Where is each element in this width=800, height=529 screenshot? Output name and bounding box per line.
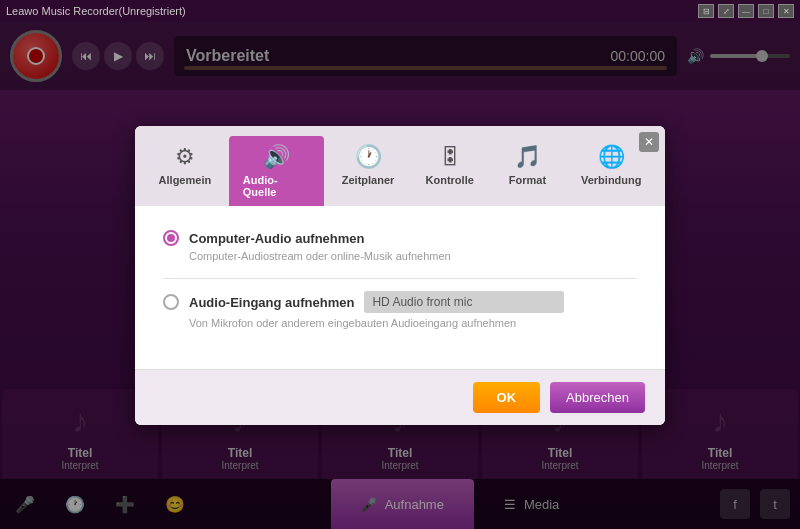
minimize2-button[interactable]: — [738,4,754,18]
allgemein-icon: ⚙ [175,144,195,170]
modal-tabs: ⚙ Allgemein 🔊 Audio-Quelle 🕐 Zeitplaner … [135,126,665,206]
audio-quelle-icon: 🔊 [263,144,290,170]
format-icon: 🎵 [514,144,541,170]
close-window-button[interactable]: ✕ [778,4,794,18]
modal-footer: OK Abbrechen [135,369,665,425]
tab-audio-quelle[interactable]: 🔊 Audio-Quelle [229,136,324,206]
audio-eingang-label: Audio-Eingang aufnehmen [189,295,354,310]
radio-row-1: Computer-Audio aufnehmen [163,230,637,246]
radio-row-2: Audio-Eingang aufnehmen [163,291,637,313]
window-controls[interactable]: ⊟ ⤢ — □ ✕ [698,4,794,18]
zeitplaner-label: Zeitplaner [342,174,395,186]
app-body: ⏮ ▶ ⏭ Vorbereitet 00:00:00 🔊 ♪ Titel Int… [0,22,800,529]
audio-eingang-desc: Von Mikrofon oder anderem eingebauten Au… [189,317,637,329]
restore-button[interactable]: ⤢ [718,4,734,18]
radio-audio-eingang[interactable] [163,294,179,310]
modal-overlay: ✕ ⚙ Allgemein 🔊 Audio-Quelle 🕐 Zeitplane… [0,22,800,529]
computer-audio-label: Computer-Audio aufnehmen [189,231,365,246]
verbindung-label: Verbindung [581,174,642,186]
tab-allgemein[interactable]: ⚙ Allgemein [145,136,225,206]
radio-computer-audio[interactable] [163,230,179,246]
kontrolle-label: Kontrolle [426,174,474,186]
audio-device-input[interactable] [364,291,564,313]
audio-quelle-label: Audio-Quelle [243,174,310,198]
zeitplaner-icon: 🕐 [355,144,382,170]
allgemein-label: Allgemein [159,174,212,186]
cancel-button[interactable]: Abbrechen [550,382,645,413]
maximize-button[interactable]: □ [758,4,774,18]
title-bar: Leawo Music Recorder(Unregistriert) ⊟ ⤢ … [0,0,800,22]
tab-kontrolle[interactable]: 🎛 Kontrolle [412,136,488,206]
computer-audio-desc: Computer-Audiostream oder online-Musik a… [189,250,637,262]
app-title: Leawo Music Recorder(Unregistriert) [6,5,186,17]
divider [163,278,637,279]
verbindung-icon: 🌐 [598,144,625,170]
modal-close-button[interactable]: ✕ [639,132,659,152]
minimize-button[interactable]: ⊟ [698,4,714,18]
tab-format[interactable]: 🎵 Format [491,136,563,206]
ok-button[interactable]: OK [473,382,541,413]
tab-zeitplaner[interactable]: 🕐 Zeitplaner [328,136,408,206]
format-label: Format [509,174,546,186]
settings-modal: ✕ ⚙ Allgemein 🔊 Audio-Quelle 🕐 Zeitplane… [135,126,665,425]
audio-eingang-option: Audio-Eingang aufnehmen Von Mikrofon ode… [163,291,637,329]
computer-audio-option: Computer-Audio aufnehmen Computer-Audios… [163,230,637,262]
kontrolle-icon: 🎛 [439,144,461,170]
modal-body: Computer-Audio aufnehmen Computer-Audios… [135,206,665,369]
